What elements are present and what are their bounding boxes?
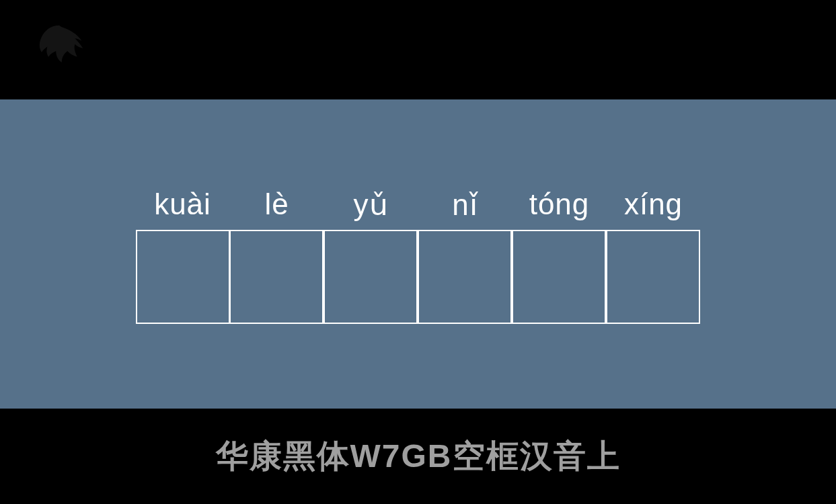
- font-preview-area: kuài lè yǔ nǐ tóng xíng: [0, 99, 836, 409]
- font-name-label: 华康黑体W7GB空框汉音上: [216, 435, 621, 478]
- char-cell: xíng: [607, 184, 701, 324]
- pinyin-label: tóng: [529, 184, 590, 224]
- char-cell: tóng: [512, 184, 607, 324]
- pinyin-label: lè: [264, 184, 289, 224]
- header: [0, 0, 836, 99]
- char-cell: yǔ: [324, 184, 418, 324]
- char-box: [229, 230, 324, 324]
- char-cell: nǐ: [418, 184, 512, 324]
- characters-row: kuài lè yǔ nǐ tóng xíng: [136, 184, 701, 324]
- char-cell: lè: [230, 184, 324, 324]
- pinyin-label: nǐ: [452, 184, 478, 224]
- pinyin-label: xíng: [624, 184, 683, 224]
- char-box: [136, 230, 230, 324]
- char-cell: kuài: [136, 184, 230, 324]
- bird-logo-icon: [30, 17, 87, 74]
- pinyin-label: kuài: [154, 184, 211, 224]
- pinyin-label: yǔ: [354, 184, 389, 224]
- char-box: [606, 230, 700, 324]
- char-box: [512, 230, 606, 324]
- char-box: [324, 230, 418, 324]
- char-box: [418, 230, 512, 324]
- footer: 华康黑体W7GB空框汉音上: [0, 409, 836, 504]
